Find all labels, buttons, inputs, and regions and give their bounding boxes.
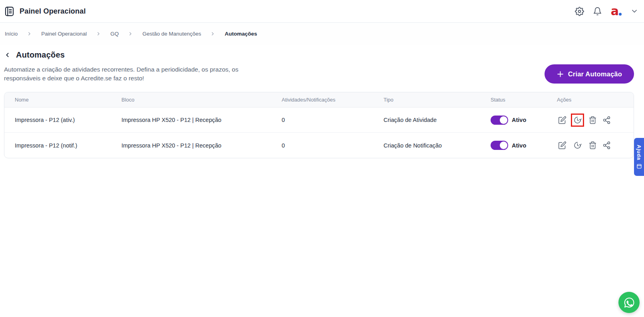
toggle-knob (500, 142, 507, 149)
page-description: Automatize a criação de atividades recor… (4, 65, 239, 83)
notifications-button[interactable] (593, 7, 602, 16)
toggle-knob (500, 116, 507, 124)
cell-status: Ativo (491, 116, 557, 125)
column-header-bloco: Bloco (121, 97, 282, 103)
brand-dot (619, 13, 622, 16)
chevron-down-icon (630, 7, 638, 15)
cell-nome: Impressora - P12 (notif.) (15, 142, 121, 149)
plus-icon (557, 70, 564, 78)
table-header-row: Nome Bloco Atividades/Notificações Tipo … (4, 92, 634, 108)
table-row: Impressora - P12 (notif.) Impressora HP … (4, 133, 634, 158)
cell-bloco: Impressora HP X520 - P12 | Recepção (121, 142, 282, 149)
cell-atividades-notificacoes: 0 (282, 142, 384, 149)
table-row: Impressora - P12 (ativ.) Impressora HP X… (4, 108, 634, 133)
chevron-right-icon (96, 31, 101, 36)
subhead-row: Automatize a criação de atividades recor… (0, 60, 644, 84)
page-title: Automações (16, 50, 65, 60)
breadcrumb-item-gestao-de-manutencoes[interactable]: Gestão de Manutenções (142, 31, 201, 37)
page-description-line1: Automatize a criação de atividades recor… (4, 65, 239, 74)
column-header-status: Status (491, 97, 557, 103)
status-label: Ativo (512, 117, 526, 123)
share-button[interactable] (601, 140, 612, 151)
gear-icon (575, 7, 584, 16)
create-automation-button[interactable]: Criar Automação (545, 64, 634, 84)
cell-acoes (557, 114, 623, 127)
cell-atividades-notificacoes: 0 (282, 117, 384, 123)
help-book-icon (636, 163, 642, 169)
delete-button[interactable] (587, 115, 598, 126)
edit-button[interactable] (557, 140, 568, 151)
whatsapp-button[interactable] (618, 292, 640, 313)
share-button[interactable] (601, 115, 612, 126)
account-logo[interactable]: a (611, 5, 622, 17)
history-highlight-box (571, 114, 584, 127)
share-nodes-icon (602, 116, 611, 124)
brand-letter: a (611, 4, 619, 18)
topbar-actions: a (575, 5, 638, 17)
column-header-acoes: Ações (557, 97, 623, 103)
history-button[interactable] (572, 140, 582, 150)
automations-table: Nome Bloco Atividades/Notificações Tipo … (4, 92, 634, 158)
clock-history-icon (573, 141, 582, 150)
column-header-tipo: Tipo (384, 97, 491, 103)
history-button[interactable] (572, 115, 582, 125)
share-nodes-icon (602, 141, 611, 150)
edit-pencil-icon (558, 141, 566, 150)
cell-nome: Impressora - P12 (ativ.) (15, 117, 121, 123)
bell-icon (593, 7, 602, 16)
settings-button[interactable] (575, 7, 584, 16)
breadcrumb-item-painel-operacional[interactable]: Painel Operacional (41, 31, 87, 37)
cell-tipo: Criação de Atividade (384, 117, 491, 123)
journal-panel-icon (4, 6, 15, 17)
edit-pencil-icon (558, 116, 566, 124)
cell-acoes (557, 139, 623, 152)
chevron-right-icon (27, 31, 32, 36)
trash-icon (588, 116, 597, 124)
cell-tipo: Criação de Notificação (384, 142, 491, 149)
edit-button[interactable] (557, 115, 568, 126)
back-button[interactable] (3, 51, 12, 59)
breadcrumb-item-automacoes: Automações (225, 31, 257, 37)
account-menu-button[interactable] (630, 7, 638, 15)
delete-button[interactable] (587, 140, 598, 151)
page-title-row: Automações (3, 50, 644, 60)
cell-status: Ativo (491, 141, 557, 150)
app-title: Painel Operacional (20, 7, 86, 16)
history-highlight-box (571, 139, 584, 152)
help-tab-label: Ajuda (636, 145, 642, 160)
clock-history-icon (573, 116, 582, 124)
column-header-atividades-notificacoes: Atividades/Notificações (282, 97, 384, 103)
status-toggle[interactable] (491, 116, 508, 125)
topbar: Painel Operacional a (0, 0, 644, 23)
breadcrumb-item-gq[interactable]: GQ (110, 31, 119, 37)
breadcrumb: Início Painel Operacional GQ Gestão de M… (0, 23, 644, 45)
chevron-right-icon (210, 31, 215, 36)
status-toggle[interactable] (491, 141, 508, 150)
breadcrumb-item-inicio[interactable]: Início (5, 31, 18, 37)
help-tab[interactable]: Ajuda (634, 138, 644, 176)
chevron-left-icon (4, 52, 11, 58)
chevron-right-icon (128, 31, 133, 36)
create-automation-label: Criar Automação (568, 70, 622, 78)
whatsapp-icon (623, 297, 635, 309)
cell-bloco: Impressora HP X520 - P12 | Recepção (121, 117, 282, 123)
page-description-line2: responsáveis e deixe que o Acredite.se f… (4, 74, 239, 83)
trash-icon (588, 141, 597, 150)
status-label: Ativo (512, 142, 526, 149)
column-header-nome: Nome (15, 97, 121, 103)
